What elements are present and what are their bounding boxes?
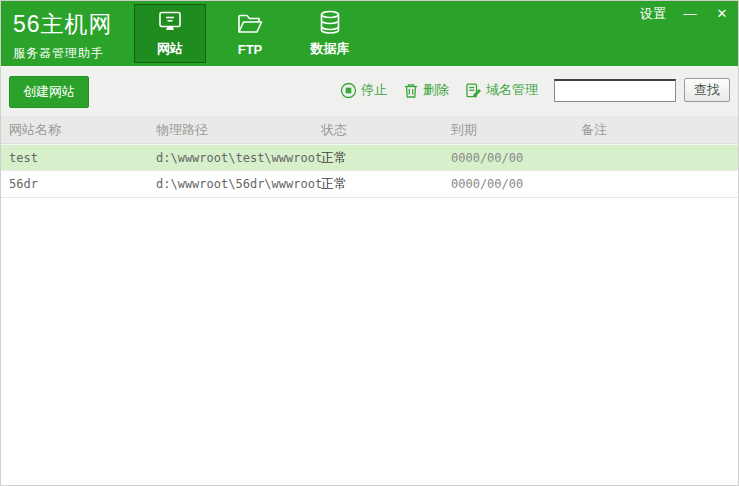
- cell-site-status: 正常: [313, 175, 443, 193]
- database-icon: [315, 9, 345, 36]
- settings-link[interactable]: 设置: [640, 5, 666, 23]
- table-row[interactable]: 56dr d:\wwwroot\56dr\wwwroot 正常 0000/00/…: [1, 171, 738, 198]
- cell-site-name: 56dr: [1, 177, 148, 191]
- cell-site-expiry: 0000/00/00: [443, 177, 573, 191]
- website-table: 网站名称 物理路径 状态 到期 备注 test d:\wwwroot\test\…: [1, 116, 738, 485]
- column-header-expiry: 到期: [443, 121, 573, 139]
- column-header-note: 备注: [573, 121, 738, 139]
- stop-icon: [340, 82, 357, 99]
- tab-ftp-label: FTP: [238, 42, 263, 57]
- close-icon[interactable]: ✕: [714, 6, 730, 22]
- delete-button[interactable]: 删除: [399, 79, 453, 101]
- main-tabs: 网站 FTP: [134, 4, 366, 63]
- tab-database-label: 数据库: [311, 40, 350, 58]
- cell-site-path: d:\wwwroot\test\wwwroot: [148, 151, 313, 165]
- domain-manage-label: 域名管理: [486, 81, 538, 99]
- tab-ftp[interactable]: FTP: [214, 4, 286, 63]
- app-branding: 56主机网 服务器管理助手: [13, 9, 113, 62]
- document-edit-icon: [465, 82, 482, 99]
- delete-label: 删除: [423, 81, 449, 99]
- table-row[interactable]: test d:\wwwroot\test\wwwroot 正常 0000/00/…: [1, 144, 738, 171]
- cell-site-path: d:\wwwroot\56dr\wwwroot: [148, 177, 313, 191]
- tab-website[interactable]: 网站: [134, 4, 206, 63]
- stop-button[interactable]: 停止: [336, 79, 391, 101]
- column-header-name: 网站名称: [1, 121, 148, 139]
- search-input[interactable]: [554, 79, 676, 102]
- cell-site-name: test: [1, 151, 148, 165]
- window-controls: 设置 — ✕: [640, 5, 730, 23]
- app-subtitle: 服务器管理助手: [13, 45, 113, 62]
- minimize-icon[interactable]: —: [682, 6, 698, 22]
- column-header-path: 物理路径: [148, 121, 313, 139]
- table-header: 网站名称 物理路径 状态 到期 备注: [1, 116, 738, 144]
- toolbar-actions: 停止 删除: [336, 76, 730, 104]
- tab-database[interactable]: 数据库: [294, 4, 366, 63]
- cell-site-expiry: 0000/00/00: [443, 151, 573, 165]
- app-header: 56主机网 服务器管理助手 网站: [1, 1, 738, 66]
- create-website-button[interactable]: 创建网站: [9, 76, 89, 108]
- tab-website-label: 网站: [157, 40, 183, 58]
- app-title: 56主机网: [13, 9, 113, 40]
- folder-icon: [235, 11, 265, 38]
- monitor-icon: [155, 9, 185, 36]
- find-button[interactable]: 查找: [684, 78, 730, 102]
- cell-site-status: 正常: [313, 149, 443, 167]
- table-empty-area: [1, 198, 738, 485]
- stop-label: 停止: [361, 81, 387, 99]
- toolbar: 创建网站 停止: [1, 66, 738, 116]
- column-header-status: 状态: [313, 121, 443, 139]
- domain-manage-button[interactable]: 域名管理: [461, 79, 542, 101]
- app-window: 56主机网 服务器管理助手 网站: [0, 0, 739, 486]
- trash-icon: [403, 82, 419, 99]
